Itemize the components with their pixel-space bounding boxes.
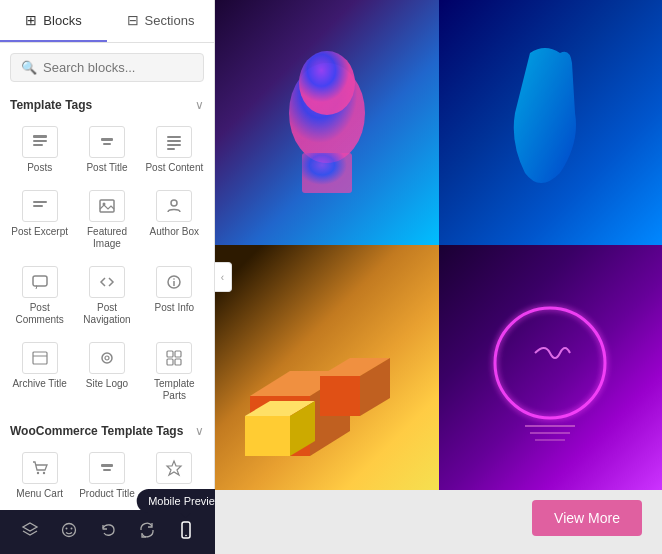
content-area: ‹ [215, 0, 662, 554]
svg-rect-25 [175, 359, 181, 365]
image-1 [215, 0, 439, 245]
emoji-icon[interactable] [54, 515, 84, 549]
collapse-arrow[interactable]: ‹ [215, 262, 232, 292]
svg-marker-48 [320, 376, 360, 416]
svg-rect-4 [103, 143, 111, 145]
tab-sections[interactable]: ⊟ Sections [107, 0, 214, 42]
search-box: 🔍 [10, 53, 204, 82]
block-archive-title-label: Archive Title [12, 378, 66, 390]
woocommerce-grid: Menu Cart Product Title Sale Image Produ… [0, 444, 214, 510]
search-area: 🔍 [0, 43, 214, 92]
template-tags-grid: Posts Post Title Post Content Post Excer… [0, 118, 214, 410]
sidebar: ⊞ Blocks ⊟ Sections 🔍 Template Tags ∨ Po… [0, 0, 215, 554]
svg-rect-7 [167, 144, 181, 146]
block-post-excerpt-label: Post Excerpt [11, 226, 68, 238]
svg-marker-51 [245, 416, 290, 456]
svg-point-20 [102, 353, 112, 363]
svg-rect-0 [33, 135, 47, 138]
block-author-box[interactable]: Author Box [141, 182, 208, 258]
block-post-excerpt-icon [22, 190, 58, 222]
tab-blocks[interactable]: ⊞ Blocks [0, 0, 107, 42]
block-site-logo[interactable]: Site Logo [73, 334, 140, 410]
svg-rect-8 [167, 148, 175, 150]
block-archive-title[interactable]: Archive Title [6, 334, 73, 410]
woocommerce-chevron[interactable]: ∨ [195, 424, 204, 438]
template-tags-header: Template Tags ∨ [0, 92, 214, 118]
block-post-excerpt[interactable]: Post Excerpt [6, 182, 73, 258]
svg-point-13 [171, 200, 177, 206]
block-posts-icon [22, 126, 58, 158]
svg-rect-2 [33, 144, 43, 146]
svg-point-21 [105, 356, 109, 360]
svg-rect-9 [33, 201, 47, 203]
block-author-box-label: Author Box [150, 226, 199, 238]
svg-rect-18 [33, 352, 47, 364]
svg-rect-10 [33, 205, 43, 207]
svg-rect-22 [167, 351, 173, 357]
svg-rect-3 [101, 138, 113, 141]
block-menu-cart-label: Menu Cart [16, 488, 63, 500]
svg-rect-24 [167, 359, 173, 365]
block-post-content-label: Post Content [145, 162, 203, 174]
block-post-title[interactable]: Post Title [73, 118, 140, 182]
block-post-content[interactable]: Post Content [141, 118, 208, 182]
svg-rect-23 [175, 351, 181, 357]
block-author-box-icon [156, 190, 192, 222]
block-site-logo-icon [89, 342, 125, 374]
view-more-button[interactable]: View More [532, 500, 642, 536]
image-grid [215, 0, 662, 490]
mobile-preview-wrapper: Mobile Preview [171, 515, 201, 549]
tab-blocks-label: Blocks [43, 13, 81, 28]
svg-point-41 [185, 535, 187, 537]
undo-icon[interactable] [93, 515, 123, 549]
svg-rect-1 [33, 140, 47, 142]
sections-tab-icon: ⊟ [127, 12, 139, 28]
svg-rect-11 [100, 200, 114, 212]
block-template-parts-label: Template Parts [145, 378, 204, 402]
block-posts[interactable]: Posts [6, 118, 73, 182]
block-post-title-label: Post Title [86, 162, 127, 174]
svg-point-17 [174, 278, 176, 280]
svg-point-26 [36, 472, 38, 474]
svg-rect-6 [167, 140, 181, 142]
mobile-icon[interactable] [171, 515, 201, 549]
block-post-title-icon [89, 126, 125, 158]
block-post-info[interactable]: Post Info [141, 258, 208, 334]
block-product-title[interactable]: Product Title [73, 444, 140, 508]
refresh-icon[interactable] [132, 515, 162, 549]
block-featured-image-label: Featured Image [77, 226, 136, 250]
block-post-info-label: Post Info [155, 302, 194, 314]
template-tags-title: Template Tags [10, 98, 92, 112]
block-post-navigation-icon [89, 266, 125, 298]
block-menu-cart-icon [22, 452, 58, 484]
block-template-parts[interactable]: Template Parts [141, 334, 208, 410]
block-post-navigation[interactable]: Post Navigation [73, 258, 140, 334]
block-post-comments[interactable]: Post Comments [6, 258, 73, 334]
svg-rect-14 [33, 276, 47, 286]
block-post-info-icon [156, 266, 192, 298]
layers-icon[interactable] [15, 515, 45, 549]
svg-point-27 [42, 472, 44, 474]
block-sale-image-icon [156, 452, 192, 484]
blocks-tab-icon: ⊞ [25, 12, 37, 28]
block-menu-cart[interactable]: Menu Cart [6, 444, 73, 508]
image-4 [439, 245, 663, 490]
svg-rect-28 [101, 464, 113, 467]
block-post-navigation-label: Post Navigation [77, 302, 136, 326]
tab-sections-label: Sections [145, 13, 195, 28]
block-product-title-label: Product Title [79, 488, 135, 500]
block-featured-image-icon [89, 190, 125, 222]
svg-rect-5 [167, 136, 181, 138]
template-tags-chevron[interactable]: ∨ [195, 98, 204, 112]
svg-point-54 [495, 308, 605, 418]
block-sale-image[interactable]: Sale Image [141, 444, 208, 508]
block-featured-image[interactable]: Featured Image [73, 182, 140, 258]
svg-rect-29 [103, 469, 111, 471]
bottom-toolbar: Mobile Preview [0, 510, 215, 554]
block-posts-label: Posts [27, 162, 52, 174]
block-archive-title-icon [22, 342, 58, 374]
svg-point-37 [62, 524, 75, 537]
block-post-content-icon [156, 126, 192, 158]
svg-rect-44 [302, 153, 352, 193]
search-input[interactable] [43, 60, 193, 75]
